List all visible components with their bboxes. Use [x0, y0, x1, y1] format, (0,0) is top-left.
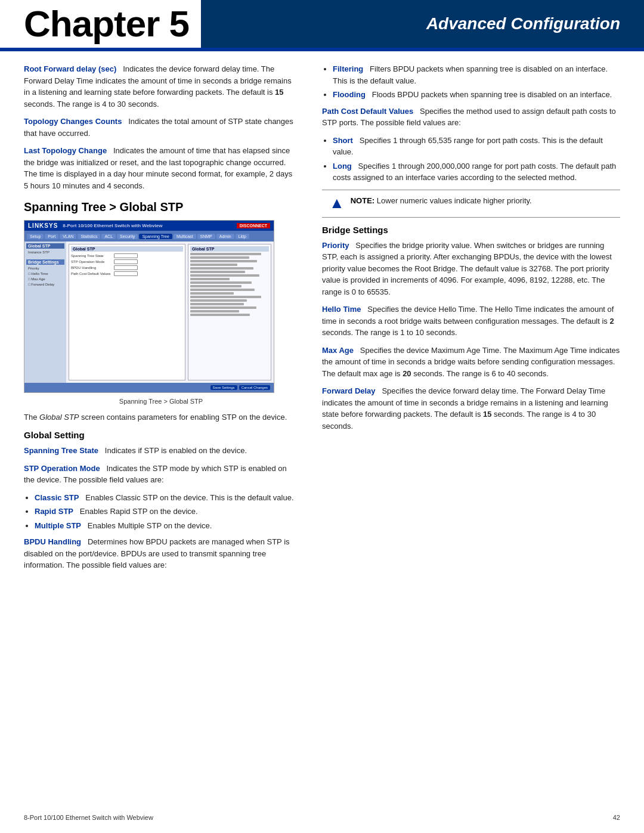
ss-form-global-stp: Global STP Spanning Tree State STP Opera… [69, 244, 185, 380]
ss-form-row-path-cost: Path Cost Default Values [71, 271, 183, 276]
ss-form-title-global-stp: Global STP [71, 246, 183, 252]
ss-nav-lldp: Lldp [236, 234, 249, 239]
ss-btn-save: Save Settings [210, 385, 237, 390]
max-age-para: Max Age Specifies the device Maximum Age… [322, 345, 620, 380]
ss-nav-acl: ACL [101, 234, 116, 239]
ss-sidebar-forward: □ Forward Delay [26, 282, 64, 287]
term-root-forward-delay: Root Forward delay (sec) [24, 64, 116, 73]
ss-sidebar-bridge-settings: Bridge Settings [26, 259, 64, 265]
footer-page-number: 42 [613, 814, 620, 821]
term-spanning-tree-state: Spanning Tree State [24, 446, 98, 455]
ss-text-line-8 [190, 278, 230, 280]
chapter-title: Chapter 5 [24, 5, 189, 42]
term-flooding: Flooding [333, 90, 366, 99]
ss-form-input-spanning-tree-state [114, 253, 138, 258]
ss-nav-spanning: Spanning Tree [139, 234, 172, 239]
ss-nav-statistics: Statistics [78, 234, 100, 239]
ss-text-line-18 [190, 314, 250, 316]
ss-text-line-17 [190, 310, 239, 312]
forward-delay-para: Forward Delay Specifies the device forwa… [322, 385, 620, 432]
stp-modes-list: Classic STP Enables Classic STP on the d… [35, 492, 298, 532]
root-forward-delay-para: Root Forward delay (sec) Indicates the d… [24, 63, 298, 110]
screenshot-caption: Spanning Tree > Global STP [24, 397, 298, 407]
ss-sidebar-global-stp: Global STP [26, 243, 64, 249]
ss-form-label-path-cost: Path Cost Default Values [71, 272, 113, 275]
ss-text-line-7 [190, 274, 259, 277]
ss-text-line-10 [190, 285, 242, 287]
ss-form-input-path-cost [114, 271, 138, 276]
term-forward-delay: Forward Delay [322, 386, 376, 395]
path-cost-long: Long Specifies 1 through 200,000,000 ran… [333, 160, 620, 184]
bpdu-handling-para: BPDU Handling Determines how BPDU packet… [24, 536, 298, 571]
ss-form-label-stp-operation: STP Operation Mode [71, 260, 113, 264]
ss-text-line-13 [190, 296, 261, 298]
stp-mode-classic: Classic STP Enables Classic STP on the d… [35, 492, 298, 504]
note-text: NOTE: Lower numeric values indicate high… [351, 195, 532, 207]
path-cost-short: Short Specifies 1 through 65,535 range f… [333, 135, 620, 158]
ss-nav-port: Port [45, 234, 58, 239]
ss-text-line-12 [190, 292, 234, 295]
priority-para: Priority Specifies the bridge priority v… [322, 240, 620, 298]
ss-form-row-stp-operation: STP Operation Mode [71, 259, 183, 264]
hello-time-para: Hello Time Specifies the device Hello Ti… [322, 304, 620, 339]
ss-text-line-1 [190, 253, 261, 255]
ss-body: Global STP Instance STP Bridge Settings … [24, 241, 274, 383]
page-footer: 8-Port 10/100 Ethernet Switch with Webvi… [24, 814, 620, 821]
global-setting-heading: Global Setting [24, 430, 298, 440]
ss-text-line-15 [190, 303, 244, 305]
term-bpdu-handling: BPDU Handling [24, 537, 81, 546]
term-path-cost-default: Path Cost Default Values [322, 107, 413, 116]
ss-text-line-9 [190, 281, 252, 284]
spanning-tree-state-para: Spanning Tree State Indicates if STP is … [24, 445, 298, 457]
ss-logo: LINKSYS [28, 222, 58, 229]
ss-main: Global STP Spanning Tree State STP Opera… [66, 241, 274, 383]
term-max-age: Max Age [322, 346, 354, 355]
ss-form-input-bpdu [114, 265, 138, 270]
ss-form-label-spanning-tree-state: Spanning Tree State [71, 254, 113, 258]
ss-nav-vlan: VLAN [60, 234, 76, 239]
term-multiple-stp: Multiple STP [35, 521, 81, 530]
ss-text-line-16 [190, 306, 256, 309]
term-priority: Priority [322, 241, 349, 250]
ss-text-line-2 [190, 256, 249, 259]
global-stp-intro: The Global STP screen contains parameter… [24, 411, 298, 423]
ss-btn-cancel: Cancel Changes [239, 385, 270, 390]
right-column: Filtering Filters BPDU packets when span… [316, 63, 620, 577]
ss-nav: Setup Port VLAN Statistics ACL Security … [24, 231, 274, 241]
screenshot-spanning-tree: LINKSYS 8-Port 10/100 Ethernet Switch wi… [24, 220, 274, 393]
ss-text-line-14 [190, 299, 247, 302]
term-hello-time: Hello Time [322, 305, 361, 314]
ss-right-panel: Global STP [188, 244, 271, 380]
ss-nav-snmp: SNMP [197, 234, 215, 239]
term-topology-changes: Topology Changes Counts [24, 117, 122, 126]
path-cost-para: Path Cost Default Values Specifies the m… [322, 106, 620, 129]
term-short: Short [333, 136, 353, 145]
ss-sidebar-maxage: □ Max Age [26, 277, 64, 281]
note-label: NOTE: [351, 196, 374, 205]
ss-sidebar-instance-stp: Instance STP [26, 250, 64, 255]
term-last-topology: Last Topology Change [24, 146, 107, 155]
ss-form-input-stp-operation [114, 259, 138, 264]
bpdu-values-list: Filtering Filters BPDU packets when span… [333, 63, 620, 101]
ss-form-row-bpdu: BPDU Handling [71, 265, 183, 270]
ss-sidebar: Global STP Instance STP Bridge Settings … [24, 241, 66, 383]
advanced-config-title: Advanced Configuration [426, 14, 620, 33]
title-bar: Advanced Configuration [201, 0, 644, 48]
stp-mode-rapid: Rapid STP Enables Rapid STP on the devic… [35, 506, 298, 518]
ss-text-line-3 [190, 260, 257, 262]
ss-form-label-bpdu: BPDU Handling [71, 266, 113, 270]
ss-nav-security: Security [117, 234, 138, 239]
term-rapid-stp: Rapid STP [35, 507, 73, 516]
page-header: Chapter 5 Advanced Configuration [0, 0, 644, 48]
stp-operation-mode-para: STP Operation Mode Indicates the STP mod… [24, 463, 298, 486]
ss-text-line-11 [190, 289, 255, 291]
topology-changes-para: Topology Changes Counts Indicates the to… [24, 116, 298, 139]
ss-text-line-5 [190, 267, 253, 270]
ss-header: LINKSYS 8-Port 10/100 Ethernet Switch wi… [24, 221, 274, 231]
term-long: Long [333, 162, 352, 171]
content-area: Root Forward delay (sec) Indicates the d… [0, 51, 644, 595]
term-stp-operation-mode: STP Operation Mode [24, 464, 100, 473]
ss-sidebar-priority: Priority [26, 266, 64, 271]
bpdu-flooding: Flooding Floods BPDU packets when spanni… [333, 89, 620, 101]
ss-footer: Save Settings Cancel Changes [24, 383, 274, 392]
